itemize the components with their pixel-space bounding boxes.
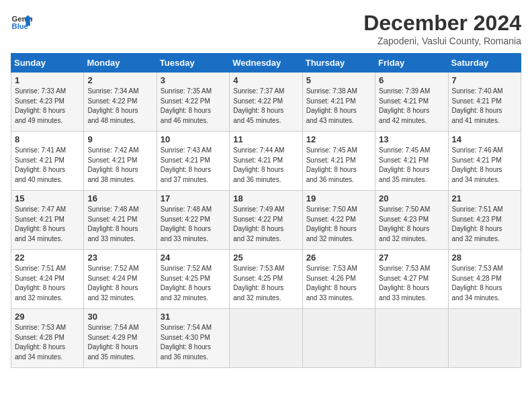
day-number: 30	[87, 312, 152, 322]
day-number: 10	[161, 134, 226, 144]
calendar-cell: 7Sunrise: 7:40 AM Sunset: 4:21 PM Daylig…	[448, 73, 521, 132]
column-header-friday: Friday	[375, 54, 448, 73]
day-info: Sunrise: 7:45 AM Sunset: 4:21 PM Dayligh…	[306, 146, 371, 185]
day-number: 9	[87, 134, 152, 144]
calendar-cell: 14Sunrise: 7:46 AM Sunset: 4:21 PM Dayli…	[448, 132, 521, 191]
day-info: Sunrise: 7:52 AM Sunset: 4:24 PM Dayligh…	[87, 264, 152, 303]
day-number: 31	[161, 312, 226, 322]
week-row-2: 8Sunrise: 7:41 AM Sunset: 4:21 PM Daylig…	[11, 132, 521, 191]
calendar-cell: 15Sunrise: 7:47 AM Sunset: 4:21 PM Dayli…	[11, 191, 84, 250]
location-subtitle: Zapodeni, Vaslui County, Romania	[363, 36, 521, 46]
calendar-cell: 17Sunrise: 7:48 AM Sunset: 4:22 PM Dayli…	[157, 191, 229, 250]
day-info: Sunrise: 7:51 AM Sunset: 4:23 PM Dayligh…	[452, 205, 517, 244]
day-number: 6	[379, 75, 444, 85]
day-number: 7	[452, 75, 517, 85]
calendar-cell: 16Sunrise: 7:48 AM Sunset: 4:21 PM Dayli…	[84, 191, 157, 250]
calendar-cell: 28Sunrise: 7:53 AM Sunset: 4:28 PM Dayli…	[448, 250, 521, 309]
calendar-cell: 31Sunrise: 7:54 AM Sunset: 4:30 PM Dayli…	[157, 309, 229, 368]
day-number: 28	[452, 253, 517, 263]
day-info: Sunrise: 7:50 AM Sunset: 4:22 PM Dayligh…	[306, 205, 371, 244]
day-number: 8	[15, 134, 80, 144]
calendar-header-row: SundayMondayTuesdayWednesdayThursdayFrid…	[11, 54, 521, 73]
day-number: 29	[15, 312, 80, 322]
day-number: 17	[161, 193, 226, 203]
calendar-cell	[230, 309, 302, 368]
day-info: Sunrise: 7:37 AM Sunset: 4:22 PM Dayligh…	[233, 87, 298, 126]
day-number: 13	[379, 134, 444, 144]
week-row-1: 1Sunrise: 7:33 AM Sunset: 4:23 PM Daylig…	[11, 73, 521, 132]
calendar-cell	[448, 309, 521, 368]
day-info: Sunrise: 7:33 AM Sunset: 4:23 PM Dayligh…	[15, 87, 80, 126]
day-info: Sunrise: 7:35 AM Sunset: 4:22 PM Dayligh…	[161, 87, 226, 126]
day-number: 16	[87, 193, 152, 203]
day-number: 11	[233, 134, 298, 144]
day-info: Sunrise: 7:53 AM Sunset: 4:26 PM Dayligh…	[306, 264, 371, 303]
calendar-cell: 9Sunrise: 7:42 AM Sunset: 4:21 PM Daylig…	[84, 132, 157, 191]
calendar-cell: 20Sunrise: 7:50 AM Sunset: 4:23 PM Dayli…	[375, 191, 448, 250]
calendar-cell: 23Sunrise: 7:52 AM Sunset: 4:24 PM Dayli…	[84, 250, 157, 309]
day-number: 21	[452, 193, 517, 203]
logo-icon: General Blue	[11, 11, 32, 32]
logo: General Blue	[11, 11, 32, 32]
title-block: December 2024 Zapodeni, Vaslui County, R…	[363, 11, 521, 46]
day-number: 1	[15, 75, 80, 85]
day-info: Sunrise: 7:53 AM Sunset: 4:28 PM Dayligh…	[15, 323, 80, 362]
week-row-5: 29Sunrise: 7:53 AM Sunset: 4:28 PM Dayli…	[11, 309, 521, 368]
day-number: 19	[306, 193, 371, 203]
day-number: 18	[233, 193, 298, 203]
day-number: 27	[379, 253, 444, 263]
calendar-cell	[302, 309, 375, 368]
month-title: December 2024	[363, 11, 521, 36]
day-number: 12	[306, 134, 371, 144]
day-info: Sunrise: 7:46 AM Sunset: 4:21 PM Dayligh…	[452, 146, 517, 185]
day-info: Sunrise: 7:39 AM Sunset: 4:21 PM Dayligh…	[379, 87, 444, 126]
day-info: Sunrise: 7:43 AM Sunset: 4:21 PM Dayligh…	[161, 146, 226, 185]
week-row-4: 22Sunrise: 7:51 AM Sunset: 4:24 PM Dayli…	[11, 250, 521, 309]
day-info: Sunrise: 7:54 AM Sunset: 4:30 PM Dayligh…	[161, 323, 226, 362]
calendar-cell: 13Sunrise: 7:45 AM Sunset: 4:21 PM Dayli…	[375, 132, 448, 191]
calendar-table: SundayMondayTuesdayWednesdayThursdayFrid…	[11, 53, 521, 368]
calendar-cell: 1Sunrise: 7:33 AM Sunset: 4:23 PM Daylig…	[11, 73, 84, 132]
day-info: Sunrise: 7:41 AM Sunset: 4:21 PM Dayligh…	[15, 146, 80, 185]
day-number: 4	[233, 75, 298, 85]
day-number: 24	[161, 253, 226, 263]
calendar-cell: 5Sunrise: 7:38 AM Sunset: 4:21 PM Daylig…	[302, 73, 375, 132]
calendar-cell: 11Sunrise: 7:44 AM Sunset: 4:21 PM Dayli…	[230, 132, 302, 191]
column-header-saturday: Saturday	[448, 54, 521, 73]
calendar-cell: 8Sunrise: 7:41 AM Sunset: 4:21 PM Daylig…	[11, 132, 84, 191]
day-info: Sunrise: 7:40 AM Sunset: 4:21 PM Dayligh…	[452, 87, 517, 126]
day-info: Sunrise: 7:47 AM Sunset: 4:21 PM Dayligh…	[15, 205, 80, 244]
day-info: Sunrise: 7:42 AM Sunset: 4:21 PM Dayligh…	[87, 146, 152, 185]
day-info: Sunrise: 7:54 AM Sunset: 4:29 PM Dayligh…	[87, 323, 152, 362]
day-info: Sunrise: 7:50 AM Sunset: 4:23 PM Dayligh…	[379, 205, 444, 244]
day-info: Sunrise: 7:44 AM Sunset: 4:21 PM Dayligh…	[233, 146, 298, 185]
day-number: 3	[161, 75, 226, 85]
day-number: 2	[87, 75, 152, 85]
calendar-cell: 3Sunrise: 7:35 AM Sunset: 4:22 PM Daylig…	[157, 73, 229, 132]
day-info: Sunrise: 7:53 AM Sunset: 4:28 PM Dayligh…	[452, 264, 517, 303]
column-header-tuesday: Tuesday	[157, 54, 229, 73]
day-info: Sunrise: 7:34 AM Sunset: 4:22 PM Dayligh…	[87, 87, 152, 126]
day-number: 22	[15, 253, 80, 263]
calendar-cell: 24Sunrise: 7:52 AM Sunset: 4:25 PM Dayli…	[157, 250, 229, 309]
day-info: Sunrise: 7:48 AM Sunset: 4:21 PM Dayligh…	[87, 205, 152, 244]
day-info: Sunrise: 7:52 AM Sunset: 4:25 PM Dayligh…	[161, 264, 226, 303]
day-number: 25	[233, 253, 298, 263]
day-number: 20	[379, 193, 444, 203]
column-header-sunday: Sunday	[11, 54, 84, 73]
day-info: Sunrise: 7:45 AM Sunset: 4:21 PM Dayligh…	[379, 146, 444, 185]
day-info: Sunrise: 7:53 AM Sunset: 4:25 PM Dayligh…	[233, 264, 298, 303]
day-number: 26	[306, 253, 371, 263]
calendar-cell: 27Sunrise: 7:53 AM Sunset: 4:27 PM Dayli…	[375, 250, 448, 309]
calendar-cell: 21Sunrise: 7:51 AM Sunset: 4:23 PM Dayli…	[448, 191, 521, 250]
calendar-cell: 29Sunrise: 7:53 AM Sunset: 4:28 PM Dayli…	[11, 309, 84, 368]
svg-text:Blue: Blue	[12, 22, 28, 30]
calendar-cell: 19Sunrise: 7:50 AM Sunset: 4:22 PM Dayli…	[302, 191, 375, 250]
day-number: 14	[452, 134, 517, 144]
column-header-thursday: Thursday	[302, 54, 375, 73]
column-header-wednesday: Wednesday	[230, 54, 302, 73]
column-header-monday: Monday	[84, 54, 157, 73]
day-number: 5	[306, 75, 371, 85]
day-info: Sunrise: 7:51 AM Sunset: 4:24 PM Dayligh…	[15, 264, 80, 303]
calendar-cell: 12Sunrise: 7:45 AM Sunset: 4:21 PM Dayli…	[302, 132, 375, 191]
